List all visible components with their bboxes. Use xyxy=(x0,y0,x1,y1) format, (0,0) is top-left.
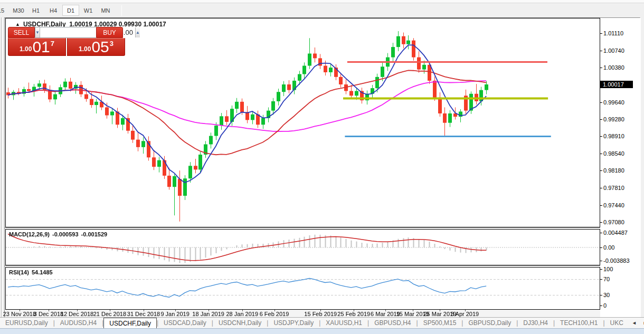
date-axis-tick xyxy=(354,310,354,311)
timeframe-button-h4[interactable]: H4 xyxy=(45,5,62,16)
date-axis-label: 21 Dec 2018 xyxy=(93,311,126,317)
timeframe-button-h1[interactable]: H1 xyxy=(27,5,44,16)
price-axis-label: 1.00380 xyxy=(603,64,624,71)
rsi-axis-label: 100 xyxy=(603,266,613,272)
axis-tick xyxy=(600,295,602,295)
tab-dj30-h4[interactable]: DJ30,H4 xyxy=(518,318,553,328)
tab-audusd-h4[interactable]: AUDUSD,H4 xyxy=(55,318,102,328)
date-axis-label: 25 Feb 2019 xyxy=(337,311,370,317)
timeframe-toolbar: 15M30H1H4D1W1MN xyxy=(0,3,644,17)
buy-price-big: 05 xyxy=(91,40,109,54)
collapse-triangle-icon[interactable]: ▲ xyxy=(15,22,20,27)
sell-price-base: 1.00 xyxy=(20,45,32,53)
date-axis-tick xyxy=(49,310,49,311)
axis-tick xyxy=(600,247,602,248)
date-axis-tick xyxy=(440,310,440,311)
axis-tick xyxy=(600,68,602,68)
axis-tick xyxy=(600,188,602,188)
timeframe-button-15[interactable]: 15 xyxy=(0,5,10,16)
date-axis-tick xyxy=(209,310,209,311)
tab-gbpusd-daily[interactable]: GBPUSD,Daily xyxy=(463,318,516,328)
date-axis-label: 15 Feb 2019 xyxy=(304,311,337,317)
axis-tick xyxy=(600,222,602,223)
rsi-name: RSI(14) xyxy=(9,269,29,275)
price-axis-label: 0.99640 xyxy=(603,99,624,106)
volume-up-icon[interactable]: ▲ xyxy=(135,27,140,37)
one-click-trading-panel: SELL ▼ ▲ BUY 1.00 01 7 1.00 xyxy=(8,27,125,56)
date-axis-tick xyxy=(385,310,386,311)
chart-window: ▲USDCHF,Daily 1.00019 1.00029 0.99930 1.… xyxy=(4,17,640,317)
buy-price-base: 1.00 xyxy=(79,45,91,53)
axis-tick xyxy=(600,261,602,261)
volume-dropdown-icon[interactable]: ▼ xyxy=(35,27,40,37)
date-axis-tick xyxy=(77,310,78,311)
tab-scroll-arrows: ◄► xyxy=(629,320,644,326)
buy-price-display[interactable]: 1.00 05 3 xyxy=(67,38,125,56)
rsi-label: RSI(14)54.1485 xyxy=(9,269,55,275)
sell-button[interactable]: SELL xyxy=(8,27,35,38)
buy-button[interactable]: BUY xyxy=(96,27,123,38)
axis-tick xyxy=(600,170,602,171)
sell-price-big: 01 xyxy=(32,40,50,54)
date-axis-tick xyxy=(175,310,176,311)
tab-eurusd-daily[interactable]: EURUSD,Daily xyxy=(0,318,53,328)
main-price-pane: ▲USDCHF,Daily 1.00019 1.00029 0.99930 1.… xyxy=(5,18,600,227)
macd-value-2: -0.001529 xyxy=(81,231,108,237)
current-price-label: 1.00017 xyxy=(600,81,633,88)
chart-tabs-bar: EURUSD,Daily|AUDUSD,H4|USDCHF,Daily|USDC… xyxy=(0,317,644,328)
buy-price-sup: 3 xyxy=(110,40,113,47)
rsi-axis-label: 0 xyxy=(603,302,607,309)
date-axis-label: 12 Dec 2018 xyxy=(61,311,93,317)
price-axis-label: 0.97080 xyxy=(603,219,624,225)
tab-scroll-left-icon[interactable]: ◄ xyxy=(629,320,640,326)
date-axis-label: 3 Apr 2019 xyxy=(451,311,479,317)
date-axis[interactable]: 23 Nov 20183 Dec 201812 Dec 201821 Dec 2… xyxy=(5,310,641,318)
rsi-value: 54.1485 xyxy=(32,269,53,275)
tab-sp500-m15[interactable]: SP500,M15 xyxy=(418,318,462,328)
macd-label: MACD(12,26,9)-0.000593-0.001529 xyxy=(9,231,110,237)
tab-usdcnh-daily[interactable]: USDCNH,Daily xyxy=(213,318,267,328)
price-axis-label: 0.99280 xyxy=(603,116,624,122)
tab-scroll-right-icon[interactable]: ► xyxy=(640,320,644,326)
date-axis-tick xyxy=(413,310,413,311)
tab-gbpusd-h4[interactable]: GBPUSD,H4 xyxy=(369,318,416,328)
timeframe-button-m30[interactable]: M30 xyxy=(10,5,27,16)
price-axis[interactable]: 1.011101.007401.003800.996400.992800.989… xyxy=(600,18,641,318)
date-axis-label: 28 Jan 2019 xyxy=(226,311,258,317)
toolbar-separator xyxy=(121,5,122,16)
macd-axis-label: -0.003883 xyxy=(603,257,630,264)
tab-usdchf-daily[interactable]: USDCHF,Daily xyxy=(103,318,157,329)
mt4-terminal: 15M30H1H4D1W1MN ▲USDCHF,Daily 1.00019 1.… xyxy=(0,0,644,334)
rsi-axis-label: 70 xyxy=(603,276,610,282)
macd-pane: MACD(12,26,9)-0.000593-0.001529 xyxy=(5,229,600,265)
date-axis-tick xyxy=(274,310,275,311)
date-axis-label: 3 Dec 2018 xyxy=(34,311,63,317)
timeframe-button-w1[interactable]: W1 xyxy=(80,5,97,16)
axis-tick xyxy=(600,269,602,270)
tab-ukc[interactable]: UKC xyxy=(605,318,629,328)
axis-tick xyxy=(600,102,602,103)
timeframe-button-mn[interactable]: MN xyxy=(97,5,114,16)
tab-xauusd-h1[interactable]: XAUUSD,H1 xyxy=(320,318,367,328)
axis-tick xyxy=(600,306,602,306)
price-axis-label: 0.98180 xyxy=(603,167,624,174)
sell-price-sup: 7 xyxy=(51,40,54,47)
tab-usdcad-daily[interactable]: USDCAD,Daily xyxy=(158,318,212,328)
macd-name: MACD(12,26,9) xyxy=(9,231,50,237)
axis-tick xyxy=(600,51,602,51)
tab-usdjpy-daily[interactable]: USDJPY,Daily xyxy=(268,318,319,328)
macd-value-1: -0.000593 xyxy=(52,231,79,237)
axis-tick xyxy=(600,279,602,280)
price-axis-label: 1.01110 xyxy=(603,30,623,36)
date-axis-label: 18 Jan 2019 xyxy=(192,311,224,317)
date-axis-label: 9 Jan 2019 xyxy=(160,311,189,317)
volume-control: ▼ ▲ xyxy=(35,27,96,38)
tab-tech100-h1[interactable]: TECH100,H1 xyxy=(555,318,603,328)
timeframe-button-d1[interactable]: D1 xyxy=(62,5,79,16)
date-axis-label: 31 Dec 2018 xyxy=(127,311,160,317)
status-strip xyxy=(0,328,644,334)
window-left-frame xyxy=(1,17,3,317)
sell-price-display[interactable]: 1.00 01 7 xyxy=(8,38,66,56)
price-axis-label: 0.98540 xyxy=(603,150,624,157)
rsi-canvas[interactable] xyxy=(6,268,600,309)
